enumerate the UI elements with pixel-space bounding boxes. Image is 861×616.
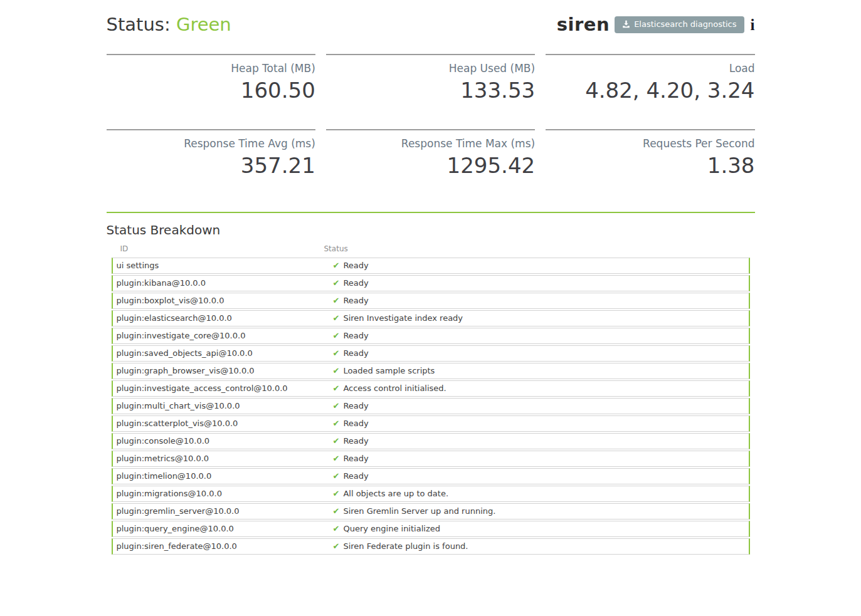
status-row-id: plugin:migrations@10.0.0 bbox=[117, 488, 333, 499]
status-row-id: plugin:investigate_core@10.0.0 bbox=[117, 330, 333, 342]
check-icon: ✔ bbox=[333, 506, 340, 517]
metric-card: Response Time Avg (ms) 357.21 bbox=[107, 129, 315, 192]
status-row-id: plugin:saved_objects_api@10.0.0 bbox=[117, 348, 333, 359]
status-table-row: plugin:investigate_access_control@10.0.0… bbox=[112, 380, 750, 397]
status-row-status: ✔ Ready bbox=[333, 471, 744, 482]
status-row-id: plugin:kibana@10.0.0 bbox=[117, 278, 333, 289]
status-row-message: Ready bbox=[343, 400, 368, 412]
status-row-message: Ready bbox=[343, 330, 368, 342]
status-table-row: plugin:scatterplot_vis@10.0.0 ✔ Ready bbox=[112, 415, 750, 432]
status-table-row: plugin:query_engine@10.0.0 ✔ Query engin… bbox=[112, 521, 750, 537]
metric-value: 160.50 bbox=[107, 76, 315, 104]
breakdown-title: Status Breakdown bbox=[107, 222, 755, 238]
check-icon: ✔ bbox=[333, 453, 340, 464]
status-page: Status: Green siren Elasticsearch diagno… bbox=[107, 0, 755, 555]
status-table-row: plugin:saved_objects_api@10.0.0 ✔ Ready bbox=[112, 345, 750, 362]
status-table-row: plugin:multi_chart_vis@10.0.0 ✔ Ready bbox=[112, 398, 750, 414]
status-table-row: plugin:migrations@10.0.0 ✔ All objects a… bbox=[112, 486, 750, 502]
status-row-status: ✔ Siren Gremlin Server up and running. bbox=[333, 506, 744, 517]
status-table-row: plugin:elasticsearch@10.0.0 ✔ Siren Inve… bbox=[112, 310, 750, 326]
status-row-message: Ready bbox=[343, 260, 368, 271]
info-icon[interactable]: i bbox=[751, 17, 755, 33]
status-row-status: ✔ Query engine initialized bbox=[333, 523, 744, 535]
status-label: Status: bbox=[107, 14, 171, 35]
status-row-id: plugin:graph_browser_vis@10.0.0 bbox=[117, 365, 333, 377]
metric-label: Response Time Max (ms) bbox=[326, 135, 535, 152]
check-icon: ✔ bbox=[333, 488, 340, 499]
status-table-row: plugin:graph_browser_vis@10.0.0 ✔ Loaded… bbox=[112, 363, 750, 379]
elasticsearch-diagnostics-button[interactable]: Elasticsearch diagnostics bbox=[615, 16, 744, 33]
status-row-message: Ready bbox=[343, 453, 368, 464]
status-row-status: ✔ Ready bbox=[333, 348, 744, 359]
status-row-id: plugin:investigate_access_control@10.0.0 bbox=[117, 383, 333, 394]
status-row-id: plugin:siren_federate@10.0.0 bbox=[117, 541, 333, 552]
status-row-message: Ready bbox=[343, 418, 368, 429]
status-value: Green bbox=[176, 14, 231, 35]
status-table-row: plugin:gremlin_server@10.0.0 ✔ Siren Gre… bbox=[112, 503, 750, 519]
status-row-status: ✔ Siren Investigate index ready bbox=[333, 313, 744, 324]
metric-value: 133.53 bbox=[326, 76, 535, 104]
status-row-message: Ready bbox=[343, 471, 368, 482]
check-icon: ✔ bbox=[333, 348, 340, 359]
status-table-row: plugin:kibana@10.0.0 ✔ Ready bbox=[112, 275, 750, 291]
status-row-status: ✔ Ready bbox=[333, 278, 744, 289]
metric-card: Heap Total (MB) 160.50 bbox=[107, 54, 315, 117]
check-icon: ✔ bbox=[333, 313, 340, 324]
metric-label: Heap Used (MB) bbox=[326, 60, 535, 76]
status-table-body: ui settings ✔ Ready plugin:kibana@10.0.0… bbox=[112, 258, 750, 555]
status-row-status: ✔ Ready bbox=[333, 453, 744, 464]
check-icon: ✔ bbox=[333, 278, 340, 289]
metric-value: 1295.42 bbox=[326, 152, 535, 179]
metrics-grid: Heap Total (MB) 160.50 Heap Used (MB) 13… bbox=[107, 54, 755, 192]
status-table-row: plugin:investigate_core@10.0.0 ✔ Ready bbox=[112, 328, 750, 344]
status-row-id: plugin:gremlin_server@10.0.0 bbox=[117, 506, 333, 517]
status-row-message: Ready bbox=[343, 295, 368, 306]
diagnostics-button-label: Elasticsearch diagnostics bbox=[634, 19, 736, 29]
status-row-message: Query engine initialized bbox=[343, 523, 440, 535]
status-row-id: plugin:timelion@10.0.0 bbox=[117, 471, 333, 482]
check-icon: ✔ bbox=[333, 471, 340, 482]
check-icon: ✔ bbox=[333, 330, 340, 342]
status-row-id: plugin:console@10.0.0 bbox=[117, 436, 333, 447]
status-row-status: ✔ All objects are up to date. bbox=[333, 488, 744, 499]
section-divider bbox=[107, 212, 755, 213]
metric-value: 4.82, 4.20, 3.24 bbox=[546, 76, 754, 104]
check-icon: ✔ bbox=[333, 295, 340, 306]
status-table-row: plugin:console@10.0.0 ✔ Ready bbox=[112, 433, 750, 449]
status-row-status: ✔ Siren Federate plugin is found. bbox=[333, 541, 744, 552]
status-row-message: Access control initialised. bbox=[343, 383, 446, 394]
status-row-message: Siren Investigate index ready bbox=[343, 313, 463, 324]
check-icon: ✔ bbox=[333, 365, 340, 377]
status-row-id: plugin:boxplot_vis@10.0.0 bbox=[117, 295, 333, 306]
column-header-status: Status bbox=[324, 244, 750, 253]
status-row-status: ✔ Ready bbox=[333, 260, 744, 271]
header-actions: siren Elasticsearch diagnostics i bbox=[557, 14, 755, 35]
status-row-status: ✔ Ready bbox=[333, 295, 744, 306]
metric-card: Heap Used (MB) 133.53 bbox=[326, 54, 535, 117]
status-row-status: ✔ Access control initialised. bbox=[333, 383, 744, 394]
status-row-message: Ready bbox=[343, 348, 368, 359]
check-icon: ✔ bbox=[333, 400, 340, 412]
metric-label: Load bbox=[546, 60, 754, 76]
metric-card: Response Time Max (ms) 1295.42 bbox=[326, 129, 535, 192]
metric-card: Requests Per Second 1.38 bbox=[546, 129, 754, 192]
status-table-row: plugin:metrics@10.0.0 ✔ Ready bbox=[112, 451, 750, 467]
status-row-message: Ready bbox=[343, 278, 368, 289]
status-row-id: ui settings bbox=[117, 260, 333, 271]
metric-label: Response Time Avg (ms) bbox=[107, 135, 315, 152]
status-breakdown-section: Status Breakdown ID Status ui settings ✔… bbox=[107, 222, 755, 555]
siren-logo: siren bbox=[557, 14, 610, 35]
status-table-row: ui settings ✔ Ready bbox=[112, 258, 750, 274]
metric-label: Requests Per Second bbox=[546, 135, 754, 152]
download-icon bbox=[622, 20, 630, 28]
metric-value: 357.21 bbox=[107, 152, 315, 179]
status-row-status: ✔ Ready bbox=[333, 436, 744, 447]
status-row-id: plugin:query_engine@10.0.0 bbox=[117, 523, 333, 535]
status-row-message: Siren Gremlin Server up and running. bbox=[343, 506, 495, 517]
status-row-status: ✔ Ready bbox=[333, 330, 744, 342]
page-header: Status: Green siren Elasticsearch diagno… bbox=[107, 8, 755, 41]
check-icon: ✔ bbox=[333, 383, 340, 394]
status-row-message: Ready bbox=[343, 436, 368, 447]
status-row-status: ✔ Ready bbox=[333, 400, 744, 412]
status-row-status: ✔ Ready bbox=[333, 418, 744, 429]
